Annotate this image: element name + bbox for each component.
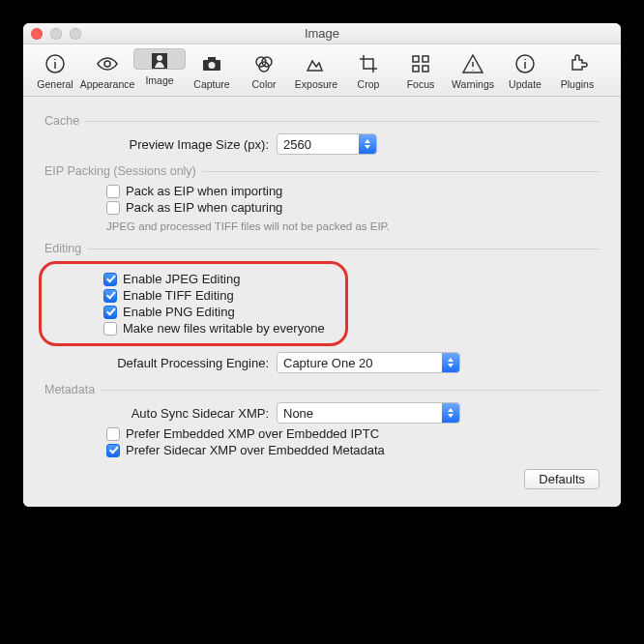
checkbox-box [103, 306, 117, 319]
checkbox-box [103, 289, 117, 303]
divider [85, 121, 600, 122]
eip-note: JPEG and processed TIFF files will not b… [44, 220, 600, 232]
group-title: EIP Packing (Sessions only) [44, 164, 202, 178]
exposure-icon [305, 51, 328, 76]
tab-exposure[interactable]: Exposure [290, 48, 342, 94]
checkbox-label: Enable PNG Editing [123, 305, 235, 319]
checkbox-label: Make new files writable by everyone [123, 321, 325, 336]
tab-general[interactable]: General [29, 48, 81, 94]
group-editing: Editing Enable JPEG Editing Enable TIFF … [44, 242, 600, 373]
group-title: Cache [44, 114, 85, 128]
checkbox-label: Enable TIFF Editing [123, 288, 234, 303]
tab-label: Crop [358, 78, 380, 90]
sync-select[interactable]: None [277, 402, 460, 424]
content: Cache Preview Image Size (px): 2560 EIP … [23, 97, 621, 507]
plugin-icon [566, 51, 589, 76]
checkbox-eip-capture[interactable]: Pack as EIP when capturing [44, 200, 600, 215]
tab-image[interactable]: Image [133, 48, 186, 70]
svg-rect-13 [423, 66, 428, 72]
divider [101, 390, 600, 391]
checkbox-tiff-editing[interactable]: Enable TIFF Editing [42, 288, 339, 303]
update-icon [513, 51, 537, 76]
window-title: Image [23, 26, 621, 41]
checkbox-box [103, 322, 117, 336]
checkbox-box [103, 273, 117, 286]
checkbox-label: Pack as EIP when importing [126, 184, 282, 198]
defaults-button[interactable]: Defaults [524, 469, 600, 489]
engine-label: Default Processing Engine: [44, 356, 277, 370]
tab-label: Appearance [80, 78, 135, 90]
traffic-lights [31, 28, 81, 40]
checkbox-png-editing[interactable]: Enable PNG Editing [42, 305, 339, 319]
svg-rect-12 [413, 66, 419, 72]
checkbox-writable[interactable]: Make new files writable by everyone [42, 321, 339, 336]
preview-size-label: Preview Image Size (px): [44, 137, 277, 152]
tab-label: Warnings [452, 78, 494, 90]
tab-plugins[interactable]: Plugins [551, 48, 603, 94]
tab-label: Plugins [561, 78, 594, 90]
eye-icon [96, 51, 119, 76]
general-icon [44, 51, 67, 76]
zoom-icon[interactable] [70, 28, 81, 40]
sync-label: Auto Sync Sidecar XMP: [44, 406, 277, 421]
divider [87, 249, 600, 249]
select-value: Capture One 20 [283, 356, 373, 370]
checkbox-prefer-embedded[interactable]: Prefer Embedded XMP over Embedded IPTC [44, 426, 600, 441]
group-eip: EIP Packing (Sessions only) Pack as EIP … [44, 164, 600, 232]
editing-highlight: Enable JPEG Editing Enable TIFF Editing … [39, 261, 348, 346]
tab-label: Exposure [295, 78, 337, 90]
divider [202, 171, 600, 172]
preferences-window: Image General Appearance Image Capture C… [23, 23, 621, 507]
checkbox-jpeg-editing[interactable]: Enable JPEG Editing [42, 272, 339, 286]
group-cache: Cache Preview Image Size (px): 2560 [44, 114, 600, 155]
svg-rect-10 [413, 56, 419, 62]
svg-point-6 [209, 62, 216, 69]
tab-focus[interactable]: Focus [395, 48, 447, 94]
camera-icon [200, 51, 223, 76]
preferences-toolbar: General Appearance Image Capture Color E… [23, 44, 621, 97]
footer: Defaults [44, 467, 600, 489]
checkbox-label: Prefer Embedded XMP over Embedded IPTC [126, 426, 379, 441]
svg-rect-5 [208, 57, 216, 61]
preview-size-select[interactable]: 2560 [277, 133, 377, 155]
checkbox-box [106, 201, 120, 215]
svg-rect-11 [423, 56, 428, 62]
tab-label: Capture [193, 78, 229, 90]
checkbox-box [106, 185, 120, 198]
tab-update[interactable]: Update [499, 48, 551, 94]
minimize-icon[interactable] [50, 28, 62, 40]
tab-appearance[interactable]: Appearance [81, 48, 133, 94]
chevrons-icon [359, 134, 376, 154]
checkbox-label: Enable JPEG Editing [123, 272, 240, 286]
checkbox-prefer-sidecar[interactable]: Prefer Sidecar XMP over Embedded Metadat… [44, 443, 600, 457]
checkbox-label: Prefer Sidecar XMP over Embedded Metadat… [126, 443, 385, 457]
tab-capture[interactable]: Capture [186, 48, 238, 94]
group-title: Metadata [44, 383, 101, 396]
group-metadata: Metadata Auto Sync Sidecar XMP: None Pre… [44, 383, 600, 457]
close-icon[interactable] [31, 28, 43, 40]
svg-point-3 [157, 55, 162, 61]
chevrons-icon [442, 353, 459, 372]
checkbox-eip-import[interactable]: Pack as EIP when importing [44, 184, 600, 198]
select-value: None [283, 406, 313, 421]
svg-point-1 [104, 61, 110, 67]
group-title: Editing [44, 242, 87, 255]
select-value: 2560 [283, 137, 311, 152]
engine-select[interactable]: Capture One 20 [277, 352, 460, 373]
tab-crop[interactable]: Crop [342, 48, 395, 94]
tab-label: Focus [407, 78, 435, 90]
tab-label: General [37, 78, 73, 90]
checkbox-box [106, 444, 120, 457]
focus-icon [409, 51, 432, 76]
crop-icon [357, 51, 380, 76]
warning-icon [461, 51, 484, 76]
tab-label: Update [509, 78, 542, 90]
chevrons-icon [442, 403, 459, 423]
tab-label: Color [251, 78, 276, 90]
tab-label: Image [145, 74, 173, 86]
tab-warnings[interactable]: Warnings [447, 48, 499, 94]
checkbox-label: Pack as EIP when capturing [126, 200, 282, 215]
checkbox-box [106, 427, 120, 441]
tab-color[interactable]: Color [238, 48, 290, 94]
image-icon [148, 49, 171, 73]
